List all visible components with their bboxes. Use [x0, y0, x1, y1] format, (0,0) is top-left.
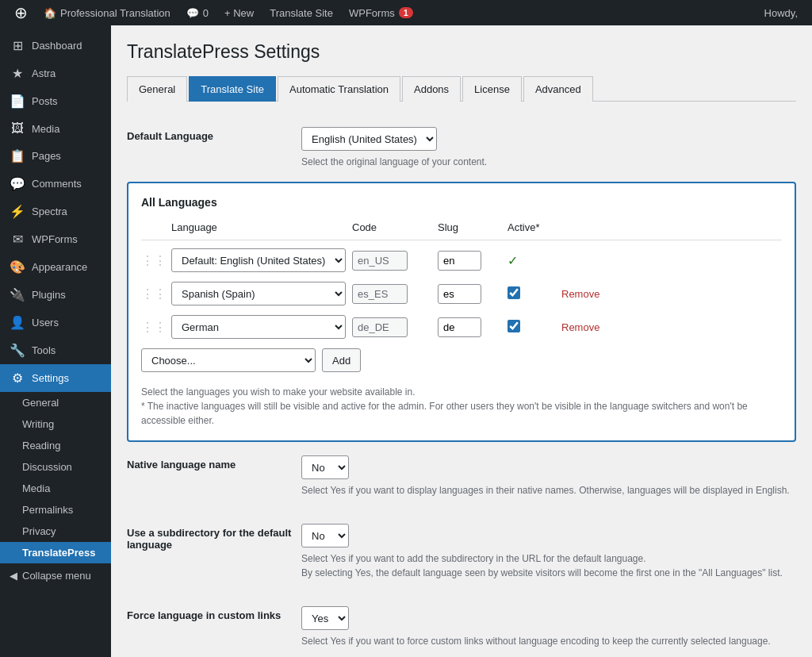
code-field-1: [352, 251, 431, 271]
add-language-row: Choose... Add: [141, 344, 782, 377]
subdirectory-select[interactable]: No Yes: [301, 524, 349, 548]
remove-button-2[interactable]: Remove: [561, 288, 599, 300]
comments-icon: 💬: [10, 176, 25, 191]
sidebar-item-reading[interactable]: Reading: [0, 435, 111, 456]
appearance-icon: 🎨: [10, 259, 25, 275]
sidebar-item-permalinks[interactable]: Permalinks: [0, 499, 111, 521]
sidebar-label-comments: Comments: [32, 178, 82, 190]
slug-input-3[interactable]: [438, 317, 481, 337]
wpforms-item[interactable]: WPForms 1: [341, 0, 421, 25]
sidebar-item-settings[interactable]: ⚙ Settings: [0, 364, 111, 392]
page-title: TranslatePress Settings: [127, 41, 796, 63]
wp-logo-item[interactable]: ⊕: [6, 0, 36, 25]
translate-site-item[interactable]: Translate Site: [262, 0, 341, 25]
slug-input-1[interactable]: [438, 251, 481, 271]
sidebar-label-tools: Tools: [32, 344, 56, 356]
tab-addons-label: Addons: [414, 83, 449, 95]
sidebar-item-posts[interactable]: 📄 Posts: [0, 87, 111, 115]
slug-field-2: [438, 284, 501, 304]
active-checkbox-3[interactable]: [508, 320, 520, 332]
sidebar-item-writing[interactable]: Writing: [0, 413, 111, 435]
code-field-2: [352, 284, 431, 304]
sidebar-item-media[interactable]: 🖼 Media: [0, 115, 111, 142]
default-language-desc: Select the original language of your con…: [301, 155, 487, 169]
language-select-2[interactable]: Spanish (Spain): [171, 282, 346, 305]
lang-note: Select the languages you wish to make yo…: [141, 385, 782, 428]
plugins-icon: 🔌: [10, 287, 25, 302]
sidebar-item-wpforms[interactable]: ✉ WPForms: [0, 225, 111, 253]
submenu-label-reading: Reading: [22, 440, 60, 451]
drag-handle-3[interactable]: ⋮⋮: [141, 320, 165, 335]
sidebar-item-appearance[interactable]: 🎨 Appearance: [0, 253, 111, 281]
sidebar-item-privacy[interactable]: Privacy: [0, 521, 111, 542]
choose-language-select[interactable]: Choose...: [141, 348, 316, 372]
howdy-label: Howdy,: [764, 7, 798, 19]
tab-automatic-translation[interactable]: Automatic Translation: [278, 76, 400, 102]
sidebar-item-plugins[interactable]: 🔌 Plugins: [0, 281, 111, 309]
col-slug: Slug: [438, 221, 501, 233]
tab-translate-site[interactable]: Translate Site: [189, 76, 276, 102]
sidebar-item-dashboard[interactable]: ⊞ Dashboard: [0, 32, 111, 60]
sidebar-item-general[interactable]: General: [0, 392, 111, 413]
settings-submenu: General Writing Reading Discussion Media…: [0, 392, 111, 563]
site-name-item[interactable]: 🏠 Professional Translation: [36, 0, 178, 25]
sidebar: ⊞ Dashboard ★ Astra 📄 Posts 🖼 Media 📋 Pa…: [0, 25, 111, 657]
drag-handle-2[interactable]: ⋮⋮: [141, 286, 165, 302]
sidebar-item-discussion[interactable]: Discussion: [0, 456, 111, 478]
force-language-row: Force language in custom links Yes No Se…: [127, 593, 796, 657]
new-item[interactable]: + New: [216, 0, 262, 25]
spectra-icon: ⚡: [10, 204, 25, 219]
tab-advanced[interactable]: Advanced: [523, 76, 593, 102]
collapse-menu-button[interactable]: ◀ Collapse menu: [0, 563, 111, 588]
language-select-1[interactable]: Default: English (United States): [171, 248, 346, 272]
active-field-2: [508, 286, 555, 302]
add-language-button[interactable]: Add: [322, 348, 361, 372]
native-language-select[interactable]: No Yes: [301, 455, 349, 479]
new-label: + New: [224, 7, 254, 19]
sidebar-label-dashboard: Dashboard: [32, 40, 82, 52]
pages-icon: 📋: [10, 148, 25, 163]
wpforms-badge: 1: [399, 7, 413, 18]
posts-icon: 📄: [10, 94, 25, 109]
sidebar-item-tools[interactable]: 🔧 Tools: [0, 336, 111, 364]
astra-icon: ★: [10, 66, 25, 81]
slug-input-2[interactable]: [438, 284, 481, 304]
active-checkbox-2[interactable]: [508, 286, 520, 299]
sidebar-item-comments[interactable]: 💬 Comments: [0, 170, 111, 198]
tab-general[interactable]: General: [127, 76, 187, 102]
all-languages-title: All Languages: [141, 196, 782, 209]
force-language-select[interactable]: Yes No: [301, 606, 349, 630]
howdy-item: Howdy,: [756, 0, 806, 25]
tab-license-label: License: [474, 83, 510, 95]
wpforms-label: WPForms: [349, 7, 395, 19]
native-language-desc: Select Yes if you want to display langua…: [301, 483, 796, 498]
sidebar-item-pages[interactable]: 📋 Pages: [0, 142, 111, 170]
lang-note-line1: Select the languages you wish to make yo…: [141, 386, 416, 398]
lang-select-wrapper-2: Spanish (Spain): [171, 282, 346, 305]
col-language: Language: [171, 221, 346, 233]
submenu-label-general: General: [22, 397, 59, 409]
wp-icon: ⊕: [14, 3, 28, 22]
remove-wrapper-3: Remove: [561, 321, 625, 333]
sidebar-item-media-sub[interactable]: Media: [0, 478, 111, 499]
sidebar-label-settings: Settings: [32, 372, 69, 384]
native-language-label: Native language name: [127, 455, 301, 471]
code-input-1: [352, 251, 408, 271]
sidebar-label-appearance: Appearance: [32, 261, 87, 273]
drag-handle-1[interactable]: ⋮⋮: [141, 253, 165, 268]
sidebar-item-spectra[interactable]: ⚡ Spectra: [0, 198, 111, 225]
default-language-select[interactable]: English (United States): [301, 127, 437, 151]
tab-addons[interactable]: Addons: [402, 76, 461, 102]
users-icon: 👤: [10, 315, 25, 330]
tab-license[interactable]: License: [462, 76, 522, 102]
comments-item[interactable]: 💬 0: [178, 0, 216, 25]
sidebar-item-translatepress[interactable]: TranslatePress: [0, 542, 111, 563]
language-select-3[interactable]: German: [171, 315, 346, 339]
submenu-label-privacy: Privacy: [22, 525, 56, 537]
main-layout: ⊞ Dashboard ★ Astra 📄 Posts 🖼 Media 📋 Pa…: [0, 25, 812, 657]
remove-button-3[interactable]: Remove: [561, 321, 599, 333]
subdirectory-control: No Yes Select Yes if you want to add the…: [301, 524, 796, 580]
settings-tabs: General Translate Site Automatic Transla…: [127, 75, 796, 102]
sidebar-item-users[interactable]: 👤 Users: [0, 309, 111, 336]
sidebar-item-astra[interactable]: ★ Astra: [0, 60, 111, 87]
